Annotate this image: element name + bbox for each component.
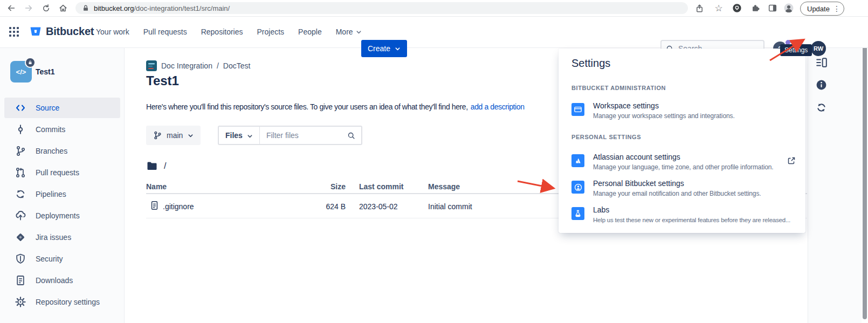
url-text: bitbucket.org/doc-integration/test1/src/… [94,4,230,12]
sidebar-item-source[interactable]: Source [0,97,125,119]
browser-back-button[interactable] [5,2,17,14]
column-header-last-commit: Last commit [359,182,403,191]
nav-more-label: More [336,28,353,36]
gear-icon [15,297,26,307]
share-icon[interactable] [693,2,705,14]
sidebar-item-pull-requests[interactable]: Pull requests [0,162,125,183]
side-panel-icon[interactable] [767,2,779,14]
extensions-puzzle-icon[interactable] [749,2,761,14]
branch-selector[interactable]: main [146,126,201,145]
scrollbar-thumb[interactable] [863,18,867,319]
right-rail [808,47,863,323]
app-switcher-grid-icon[interactable] [9,26,19,37]
bitbucket-logo[interactable]: Bitbucket [29,25,94,38]
nav-repositories[interactable]: Repositories [201,28,243,36]
chevron-down-icon [356,29,362,35]
workspace-settings-icon [571,103,584,116]
jira-diamond-icon [15,232,26,243]
browser-update-button[interactable]: Update ⋮ [800,2,844,16]
browser-scrollbar[interactable] [862,16,868,323]
settings-tooltip: Settings [780,44,812,56]
pipelines-icon [15,189,26,200]
browser-toolbar: bitbucket.org/doc-integration/test1/src/… [0,0,868,17]
nav-pull-requests[interactable]: Pull requests [143,28,187,36]
files-dropdown[interactable]: Files [225,131,243,140]
nav-projects[interactable]: Projects [257,28,285,36]
private-repo-lock-icon [25,57,36,68]
file-icon [150,201,159,210]
menu-item-atlassian-account-settings[interactable]: Atlassian account settings Manage your l… [571,153,774,171]
browser-forward-button[interactable] [23,2,35,14]
sidebar-item-deployments[interactable]: Deployments [0,205,125,226]
chevron-down-icon [188,133,194,139]
file-filter-control: Files Filter files [218,126,362,145]
file-commit-message: Initial commit [428,202,472,211]
update-label: Update [807,5,830,13]
file-last-commit[interactable]: 2023-05-02 [359,202,398,211]
nav-your-work[interactable]: Your work [96,28,129,36]
browser-reload-button[interactable] [40,2,52,14]
document-icon [15,275,26,286]
column-header-size: Size [302,182,346,191]
sidebar-item-commits[interactable]: Commits [0,119,125,140]
file-size: 624 B [302,202,346,211]
external-link-icon [787,156,796,165]
password-extension-icon[interactable] [731,2,743,14]
create-button-label: Create [368,44,390,53]
sync-icon[interactable] [816,102,827,113]
commit-icon [15,124,26,135]
breadcrumb-workspace[interactable]: Doc Integration [161,61,212,70]
sidebar-item-downloads[interactable]: Downloads [0,270,125,291]
user-avatar[interactable]: RW [811,41,826,56]
chevron-down-icon[interactable] [247,133,253,139]
nav-people[interactable]: People [298,28,322,36]
pull-request-icon [15,167,26,178]
settings-panel-title: Settings [571,57,610,70]
menu-item-personal-bitbucket-settings[interactable]: Personal Bitbucket settings Manage your … [571,179,761,198]
search-icon [347,132,355,140]
browser-profile-avatar[interactable] [783,2,795,14]
browser-home-button[interactable] [57,2,69,14]
menu-item-labs[interactable]: Labs Help us test these new or experimen… [571,205,790,224]
branch-name: main [167,131,183,140]
add-description-link[interactable]: add a description [471,102,525,111]
ssl-lock-icon [82,4,89,12]
repo-name: Test1 [36,67,55,76]
branch-icon [15,146,26,156]
filter-files-input[interactable]: Filter files [266,131,347,140]
chevron-down-icon [395,46,401,52]
browser-menu-icon[interactable]: ⋮ [833,4,841,13]
primary-nav: Your work Pull requests Repositories Pro… [96,16,362,47]
info-icon[interactable] [816,79,827,91]
column-header-message: Message [428,182,460,191]
sidebar-item-repository-settings[interactable]: Repository settings [0,291,125,313]
bookmark-star-icon[interactable]: ☆ [713,2,725,14]
bitbucket-bucket-icon [29,25,42,38]
sidebar-item-pipelines[interactable]: Pipelines [0,183,125,205]
url-bar[interactable]: bitbucket.org/doc-integration/test1/src/… [75,2,688,14]
current-path: / [147,161,166,171]
folder-icon [147,161,157,171]
sidebar-item-jira-issues[interactable]: Jira issues [0,226,125,248]
labs-flask-icon [571,207,584,220]
sidebar-item-branches[interactable]: Branches [0,140,125,162]
shield-icon [15,253,26,264]
arrow-to-personal-bitbucket-settings [518,181,553,188]
code-glyph: </> [16,68,26,76]
page-title: Test1 [146,73,179,88]
repo-nav: Source Commits Branches Pull requests Pi… [0,97,125,313]
source-code-icon [15,102,26,113]
divider [259,127,260,144]
atlassian-logo-icon [571,154,584,167]
menu-item-workspace-settings[interactable]: Workspace settings Manage your workspace… [571,101,735,120]
sidebar-item-security[interactable]: Security [0,248,125,270]
breadcrumb-project[interactable]: DocTest [223,61,251,70]
file-name-link[interactable]: .gitignore [163,202,194,211]
nav-more[interactable]: More [336,28,362,36]
avatar-initials: RW [814,45,823,52]
open-details-panel-icon[interactable] [816,57,828,68]
branch-icon [153,131,162,140]
column-header-name: Name [146,182,167,191]
repo-sidebar: </> Test1 Source Commits Branches Pull r… [0,47,125,323]
create-button[interactable]: Create [361,40,407,57]
